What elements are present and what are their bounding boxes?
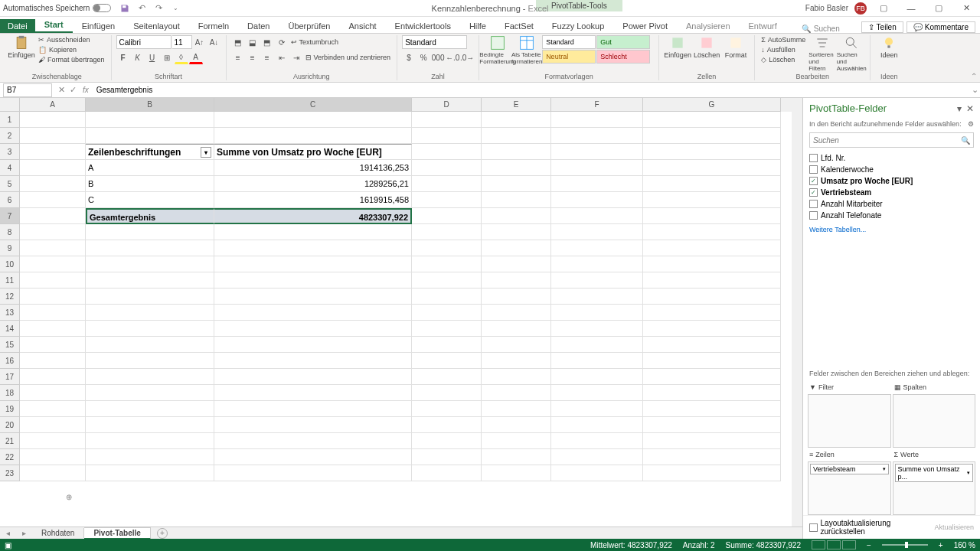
pivot-value-cell[interactable]: 1914136,253 bbox=[214, 160, 412, 176]
autosum-button[interactable]: ΣAutoSumme bbox=[760, 35, 807, 44]
percent-icon[interactable]: % bbox=[416, 51, 430, 64]
align-bottom-icon[interactable]: ⬒ bbox=[260, 35, 274, 49]
fill-button[interactable]: ↓Ausfüllen bbox=[760, 45, 807, 54]
row-header[interactable]: 15 bbox=[0, 337, 20, 353]
row-header[interactable]: 14 bbox=[0, 321, 20, 337]
filter-dropdown-icon[interactable]: ▾ bbox=[201, 147, 211, 158]
comments-button[interactable]: 💬Kommentare bbox=[906, 21, 975, 33]
toggle-switch-icon[interactable] bbox=[93, 4, 111, 12]
field-item[interactable]: Kalenderwoche bbox=[809, 164, 974, 175]
wrap-text-button[interactable]: ↩Textumbruch bbox=[289, 35, 341, 49]
field-item[interactable]: Anzahl Mitarbeiter bbox=[809, 198, 974, 210]
increase-font-icon[interactable]: A↑ bbox=[193, 35, 207, 49]
pivot-value-cell[interactable]: 1289256,21 bbox=[214, 176, 412, 192]
sheet-tab-rohdaten[interactable]: Rohdaten bbox=[32, 528, 84, 538]
tab-factset[interactable]: FactSet bbox=[495, 19, 543, 33]
decrease-font-icon[interactable]: A↓ bbox=[207, 35, 221, 49]
indent-inc-icon[interactable]: ⇥ bbox=[289, 51, 303, 64]
col-header-f[interactable]: F bbox=[551, 98, 643, 112]
align-center-icon[interactable]: ≡ bbox=[246, 51, 260, 64]
cut-button[interactable]: ✂Ausschneiden bbox=[37, 35, 106, 44]
row-header[interactable]: 5 bbox=[0, 176, 20, 192]
tab-fuzzy[interactable]: Fuzzy Lookup bbox=[543, 19, 613, 33]
style-neutral[interactable]: Neutral bbox=[542, 50, 596, 64]
user-avatar[interactable]: FB bbox=[854, 2, 867, 15]
merge-button[interactable]: ⊟Verbinden und zentrieren bbox=[304, 51, 393, 64]
indent-dec-icon[interactable]: ⇤ bbox=[275, 51, 289, 64]
defer-checkbox[interactable] bbox=[809, 523, 818, 532]
align-left-icon[interactable]: ≡ bbox=[231, 51, 245, 64]
font-size-select[interactable] bbox=[172, 35, 192, 49]
pivot-row-label[interactable]: A bbox=[86, 160, 214, 176]
name-box[interactable] bbox=[3, 83, 52, 97]
pivot-row-header[interactable]: Zeilenbeschriftungen▾ bbox=[86, 144, 214, 160]
row-header[interactable]: 23 bbox=[0, 465, 20, 481]
values-drop-zone[interactable]: Summe von Umsatz p... bbox=[893, 461, 976, 515]
cell-styles-gallery[interactable]: Standard Gut Neutral Schlecht bbox=[542, 35, 654, 64]
ribbon-options-icon[interactable]: ▢ bbox=[873, 2, 894, 15]
pivot-value-cell[interactable]: 1619915,458 bbox=[214, 192, 412, 208]
row-header[interactable]: 6 bbox=[0, 192, 20, 208]
ideas-button[interactable]: Ideen bbox=[875, 35, 903, 59]
field-item[interactable]: Umsatz pro Woche [EUR] bbox=[809, 175, 974, 187]
format-painter-button[interactable]: 🖌Format übertragen bbox=[37, 55, 106, 64]
orientation-icon[interactable]: ⟳ bbox=[275, 35, 289, 49]
accept-formula-icon[interactable]: ✓ bbox=[70, 85, 77, 95]
col-header-c[interactable]: C bbox=[214, 98, 412, 112]
tab-daten[interactable]: Daten bbox=[238, 19, 279, 33]
italic-icon[interactable]: K bbox=[131, 51, 145, 64]
row-header[interactable]: 16 bbox=[0, 353, 20, 369]
tab-hilfe[interactable]: Hilfe bbox=[460, 19, 495, 33]
align-top-icon[interactable]: ⬒ bbox=[231, 35, 245, 49]
qat-dropdown-icon[interactable]: ⌄ bbox=[171, 4, 180, 13]
fill-color-icon[interactable]: ◊ bbox=[175, 51, 188, 64]
field-search-input[interactable] bbox=[813, 136, 961, 145]
currency-icon[interactable]: $ bbox=[402, 51, 416, 64]
sheet-nav-prev-icon[interactable]: ◂ bbox=[0, 529, 16, 537]
paste-button[interactable]: Einfügen bbox=[8, 35, 35, 59]
tab-einfuegen[interactable]: Einfügen bbox=[73, 19, 124, 33]
select-all-corner[interactable] bbox=[0, 98, 20, 112]
save-icon[interactable] bbox=[120, 4, 129, 13]
tab-start[interactable]: Start bbox=[35, 18, 73, 33]
style-gut[interactable]: Gut bbox=[596, 35, 650, 49]
zoom-slider[interactable] bbox=[882, 544, 928, 546]
gear-icon[interactable]: ⚙ bbox=[968, 120, 974, 128]
undo-icon[interactable]: ↶ bbox=[137, 4, 146, 13]
row-header[interactable]: 4 bbox=[0, 160, 20, 176]
style-schlecht[interactable]: Schlecht bbox=[596, 50, 650, 64]
autosave-toggle[interactable]: Automatisches Speichern bbox=[3, 4, 111, 12]
pivot-total-value[interactable]: 4823307,922 bbox=[214, 208, 412, 224]
as-table-button[interactable]: Als Tabelle formatieren bbox=[513, 35, 541, 65]
view-normal-icon[interactable] bbox=[812, 540, 825, 549]
close-icon[interactable]: ✕ bbox=[956, 2, 977, 15]
pivot-row-label[interactable]: B bbox=[86, 176, 214, 192]
row-header[interactable]: 18 bbox=[0, 385, 20, 401]
copy-button[interactable]: 📋Kopieren bbox=[37, 45, 106, 54]
sort-filter-button[interactable]: Sortieren und Filtern bbox=[808, 35, 836, 72]
tab-powerpivot[interactable]: Power Pivot bbox=[613, 19, 677, 33]
sheet-tab-pivot[interactable]: Pivot-Tabelle bbox=[84, 527, 151, 540]
tab-ueberpruefen[interactable]: Überprüfen bbox=[279, 19, 339, 33]
row-header[interactable]: 21 bbox=[0, 433, 20, 449]
zoom-in-icon[interactable]: + bbox=[939, 541, 943, 549]
row-header[interactable]: 1 bbox=[0, 112, 20, 128]
field-item[interactable]: Vertriebsteam bbox=[809, 187, 974, 198]
spreadsheet-grid[interactable]: A B C D E F G 1 2 3 Zeilenbeschriftungen… bbox=[0, 98, 802, 527]
bold-icon[interactable]: F bbox=[116, 51, 130, 64]
row-header[interactable]: 11 bbox=[0, 272, 20, 289]
minimize-icon[interactable]: — bbox=[900, 2, 922, 15]
taskpane-dropdown-icon[interactable]: ▾ bbox=[957, 103, 962, 114]
row-header[interactable]: 7 bbox=[0, 208, 20, 224]
style-standard[interactable]: Standard bbox=[542, 35, 596, 49]
row-header[interactable]: 22 bbox=[0, 449, 20, 465]
col-header-g[interactable]: G bbox=[643, 98, 781, 112]
number-format-select[interactable] bbox=[402, 35, 467, 49]
clear-button[interactable]: ◇Löschen bbox=[760, 55, 807, 64]
row-header[interactable]: 8 bbox=[0, 224, 20, 240]
vertical-scrollbar[interactable] bbox=[792, 112, 802, 527]
field-item[interactable]: Anzahl Telefonate bbox=[809, 210, 974, 221]
pivot-value-header[interactable]: Summe von Umsatz pro Woche [EUR] bbox=[214, 144, 412, 160]
tell-me-search[interactable]: 🔍 Suchen bbox=[802, 24, 840, 33]
conditional-format-button[interactable]: Bedingte Formatierung bbox=[484, 35, 511, 65]
